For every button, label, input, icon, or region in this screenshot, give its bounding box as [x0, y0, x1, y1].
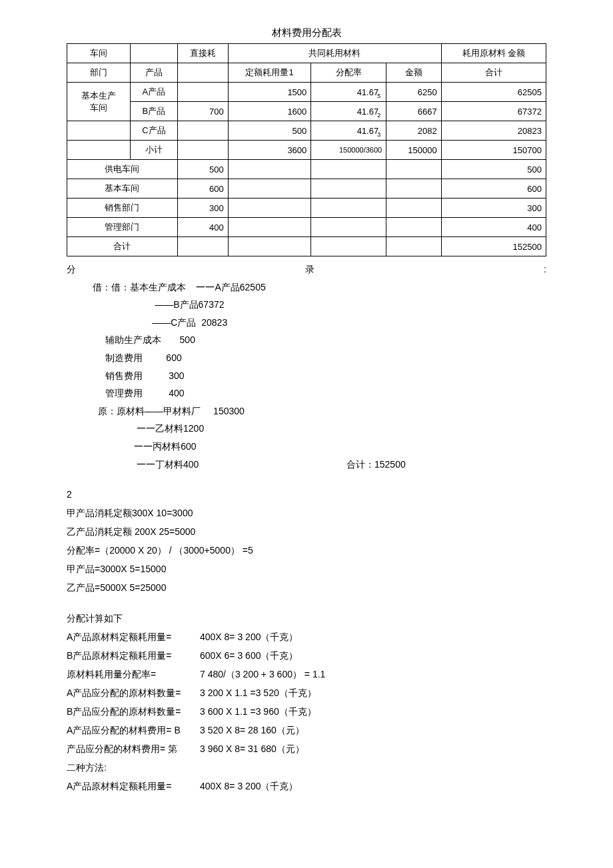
journal-entries: 分 录 : 借：借：基本生产成本 一一A产品62505 ——B产品67372 —…	[67, 260, 546, 473]
cell-power-total: 500	[441, 160, 546, 179]
cell-sub-total: 150700	[441, 141, 546, 160]
cell-sub-direct	[177, 141, 228, 160]
journal-line: 一一乙材料1200	[67, 420, 546, 438]
cell-b-quota: 1600	[228, 102, 311, 121]
journal-line: 一一丙材料600	[67, 438, 546, 456]
sec2-line: 乙产品=5000X 5=25000	[67, 578, 546, 597]
cell-empty4	[67, 141, 131, 160]
sec3-k: 二种方法:	[67, 758, 200, 777]
cell-c-name: C产品	[131, 121, 178, 141]
journal-line: 管理费用 400	[67, 384, 546, 402]
col-empty	[131, 44, 178, 63]
sec3-k: A产品原材料定额耗用量=	[67, 628, 200, 646]
sec3-k: A产品应分配的原材料数量=	[67, 683, 200, 702]
sec2-line: 分配率=（20000 X 20） / （3000+5000） =5	[67, 541, 546, 560]
cell-base-total: 600	[441, 179, 546, 199]
cell-a-name: A产品	[131, 83, 178, 102]
sec2-line: 甲产品=3000X 5=15000	[67, 560, 546, 578]
sec3-v: 3 960 X 8= 31 680（元）	[200, 739, 305, 758]
cell-sales-name: 销售部门	[67, 199, 178, 218]
cell-sub-amount: 150000	[386, 141, 441, 160]
cell-sub-name: 小计	[131, 141, 178, 160]
journal-line: 借：借：基本生产成本 一一A产品62505	[67, 278, 546, 296]
sec3-k: B产品原材料定额耗用量=	[67, 646, 200, 665]
sec3-k: B产品应分配的原材料数量=	[67, 702, 200, 721]
cell-mgmt-name: 管理部门	[67, 218, 178, 237]
col-total-sub: 合计	[441, 63, 546, 83]
row-sales: 销售部门 300 300	[67, 199, 546, 218]
sec3-v: 3 600 X 1.1 =3 960（千克）	[200, 702, 316, 721]
sec3-k: 原材料耗用量分配率=	[67, 665, 200, 683]
cell-mgmt-total: 400	[441, 218, 546, 237]
cell-power-direct: 500	[177, 160, 228, 179]
sec3-k: A产品原材料定额耗用量=	[67, 777, 200, 795]
allocation-table: 车间 直接耗 共同耗用材料 耗用原材料 金额 部门 产品 定额耗用量1 分配率 …	[67, 43, 546, 256]
table-title: 材料费用分配表	[67, 27, 546, 39]
col-rate: 分配率	[311, 63, 386, 83]
journal-line: 一一丁材料400	[67, 456, 346, 474]
cell-empty3	[67, 121, 131, 141]
sec3-v: 400X 8= 3 200（千克）	[200, 777, 298, 795]
sec3-v: 7 480/（3 200 + 3 600） = 1.1	[200, 665, 325, 683]
col-common: 共同耗用材料	[228, 44, 441, 63]
sec2-line: 甲产品消耗定额300X 10=3000	[67, 504, 546, 522]
sec3-v: 600X 6= 3 600（千克）	[200, 646, 298, 665]
col-quota: 定额耗用量1	[228, 63, 311, 83]
cell-b-rate: 41.672	[311, 102, 386, 121]
sec2-title: 2	[67, 485, 546, 504]
row-grand: 合计 152500	[67, 237, 546, 256]
sec3-v: 3 200 X 1.1 =3 520（千克）	[200, 683, 316, 702]
row-b: B产品 700 1600 41.672 6667 67372	[67, 102, 546, 121]
row-mgmt: 管理部门 400 400	[67, 218, 546, 237]
cell-c-quota: 500	[228, 121, 311, 141]
journal-line: ——C产品 20823	[67, 314, 546, 332]
cell-base-name: 基本车间	[67, 179, 178, 199]
journal-h-mid: 录	[305, 260, 314, 278]
col-amount: 金额	[386, 63, 441, 83]
row-power: 供电车间 500 500	[67, 160, 546, 179]
section-2: 2 甲产品消耗定额300X 10=3000 乙产品消耗定额 200X 25=50…	[67, 485, 546, 597]
sec2-line: 乙产品消耗定额 200X 25=5000	[67, 522, 546, 541]
cell-c-direct	[177, 121, 228, 141]
cell-b-direct: 700	[177, 102, 228, 121]
row-c: C产品 500 41.673 2082 20823	[67, 121, 546, 141]
row-subtotal: 小计 3600 150000/3600 150000 150700	[67, 141, 546, 160]
cell-a-total: 62505	[441, 83, 546, 102]
cell-sub-rate: 150000/3600	[311, 141, 386, 160]
cell-a-quota: 1500	[228, 83, 311, 102]
sec3-k: A产品应分配的材料费用= B	[67, 721, 200, 739]
journal-line: 辅助生产成本 500	[67, 331, 546, 349]
sec3-k: 产品应分配的材料费用= 第	[67, 739, 200, 758]
journal-line: ——B产品67372	[67, 296, 546, 314]
cell-c-amount: 2082	[386, 121, 441, 141]
row-a: 基本生产车间 A产品 1500 41.675 6250 62505	[67, 83, 546, 102]
col-department: 部门	[67, 63, 131, 83]
row-base: 基本车间 600 600	[67, 179, 546, 199]
journal-line: 制造费用 600	[67, 349, 546, 367]
cell-a-direct	[177, 83, 228, 102]
cell-mgmt-direct: 400	[177, 218, 228, 237]
journal-total: 合计：152500	[346, 456, 406, 474]
col-direct: 直接耗	[177, 44, 228, 63]
col-product: 产品	[131, 63, 178, 83]
journal-h-left: 分	[67, 260, 76, 278]
cell-c-rate: 41.673	[311, 121, 386, 141]
journal-h-right: :	[544, 260, 546, 278]
col-workshop: 车间	[67, 44, 131, 63]
cell-power-name: 供电车间	[67, 160, 178, 179]
cell-sales-direct: 300	[177, 199, 228, 218]
col-total: 耗用原材料 金额	[441, 44, 546, 63]
cell-a-amount: 6250	[386, 83, 441, 102]
cell-basic-shop: 基本生产车间	[67, 83, 131, 121]
cell-sub-quota: 3600	[228, 141, 311, 160]
cell-a-rate: 41.675	[311, 83, 386, 102]
sec3-v: 400X 8= 3 200（千克）	[200, 628, 298, 646]
cell-b-total: 67372	[441, 102, 546, 121]
cell-b-name: B产品	[131, 102, 178, 121]
journal-line: 销售费用 300	[67, 367, 546, 385]
section-3: 分配计算如下 A产品原材料定额耗用量=400X 8= 3 200（千克） B产品…	[67, 609, 546, 795]
cell-c-total: 20823	[441, 121, 546, 141]
cell-base-direct: 600	[177, 179, 228, 199]
table-header-row-2: 部门 产品 定额耗用量1 分配率 金额 合计	[67, 63, 546, 83]
sec3-v: 3 520 X 8= 28 160（元）	[200, 721, 305, 739]
